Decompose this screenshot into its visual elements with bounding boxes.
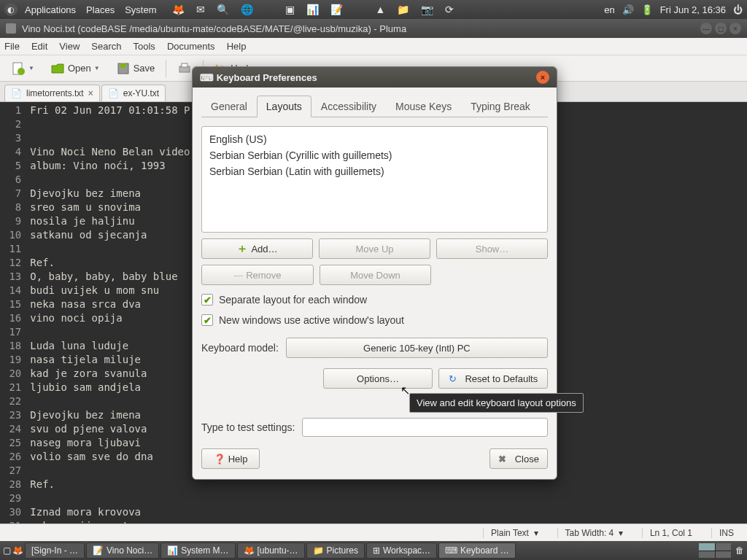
taskbar-item[interactable]: 📁Pictures: [306, 542, 365, 559]
terminal-icon[interactable]: ▣: [282, 4, 298, 15]
monitor-icon[interactable]: 📊: [303, 4, 322, 15]
keyboard-model-label: Keyboard model:: [201, 342, 279, 354]
firefox-task-icon[interactable]: 🦊: [12, 545, 23, 556]
power-icon[interactable]: ⏻: [733, 4, 743, 15]
insert-mode: INS: [711, 528, 741, 538]
dialog-tabs: General Layouts Accessibility Mouse Keys…: [201, 95, 548, 117]
tab-typing-break[interactable]: Typing Break: [461, 96, 540, 117]
test-settings-input[interactable]: [302, 418, 548, 437]
menu-edit[interactable]: Edit: [31, 41, 47, 52]
options-button[interactable]: Options…: [323, 368, 433, 389]
vlc-icon[interactable]: ▲: [372, 4, 388, 15]
menu-documents[interactable]: Documents: [167, 41, 215, 52]
separate-layout-label: Separate layout for each window: [219, 294, 367, 306]
move-down-button[interactable]: Move Down: [320, 265, 432, 285]
menu-system[interactable]: System: [122, 4, 159, 15]
dialog-title: Keyboard Preferences: [217, 72, 317, 83]
taskbar-item[interactable]: ⊞Workspac…: [366, 542, 437, 559]
folder-open-icon: [50, 61, 65, 76]
new-windows-label: New windows use active window's layout: [219, 314, 404, 326]
editor-content[interactable]: Fri 02 Jun 2017 01:01:58 P Vino Noci Nen…: [26, 102, 194, 524]
test-settings-label: Type to test settings:: [201, 421, 295, 433]
lens-icon[interactable]: 🔍: [214, 4, 232, 15]
taskbar-item[interactable]: 🦊[ubuntu-…: [237, 542, 305, 559]
save-button[interactable]: Save: [109, 58, 162, 79]
loop-icon[interactable]: ⟳: [442, 4, 457, 15]
dialog-close-button[interactable]: ×: [536, 71, 549, 84]
layouts-list[interactable]: English (US) Serbian Serbian (Cyrillic w…: [201, 126, 548, 233]
maximize-button[interactable]: ◻: [715, 23, 727, 34]
workspace-switcher[interactable]: [699, 543, 731, 558]
mail-icon[interactable]: ✉: [193, 4, 208, 15]
language-indicator[interactable]: en: [604, 4, 614, 15]
ubuntu-logo-icon[interactable]: ◐: [4, 3, 18, 16]
trash-icon[interactable]: 🗑: [735, 545, 744, 556]
menu-view[interactable]: View: [59, 41, 80, 52]
svg-rect-5: [182, 63, 187, 67]
menu-file[interactable]: File: [4, 41, 20, 52]
reset-defaults-button[interactable]: ↻ Reset to Defaults: [438, 368, 548, 389]
file-icon: 📄: [108, 88, 119, 98]
svg-rect-1: [18, 68, 25, 75]
battery-icon[interactable]: 🔋: [641, 4, 653, 15]
volume-icon[interactable]: 🔊: [622, 4, 634, 15]
open-button[interactable]: Open ▼: [44, 58, 107, 79]
firefox-icon[interactable]: 🦊: [169, 4, 187, 15]
file-tab[interactable]: 📄 ex-YU.txt: [101, 85, 166, 101]
close-icon: ✖: [498, 454, 506, 464]
new-windows-checkbox[interactable]: ✔: [201, 314, 213, 326]
status-bar: Plain Text ▾ Tab Width: 4 ▾ Ln 1, Col 1 …: [0, 524, 747, 541]
show-desktop-button[interactable]: ▢: [3, 545, 11, 556]
taskbar-item[interactable]: [Sign-In - …: [25, 542, 85, 559]
new-doc-icon: [11, 61, 26, 76]
files-icon[interactable]: 📁: [394, 4, 412, 15]
chevron-down-icon: ▼: [94, 65, 100, 71]
camera-icon[interactable]: 📷: [418, 4, 436, 15]
minimize-button[interactable]: —: [700, 23, 712, 34]
dialog-titlebar[interactable]: ⌨ Keyboard Preferences ×: [193, 67, 557, 88]
close-dialog-button[interactable]: ✖ Close: [489, 448, 548, 469]
menu-search[interactable]: Search: [91, 41, 121, 52]
save-icon: [116, 61, 131, 76]
line-numbers-gutter: 1 2 3 4 5 6 7 8 9 10 11 12 13 14 15 16 1…: [0, 102, 26, 524]
bottom-panel: ▢ 🦊 [Sign-In - … 📝Vino Noci… 📊System M… …: [0, 541, 747, 560]
remove-layout-button[interactable]: —Remove: [201, 265, 314, 285]
layout-item[interactable]: Serbian Serbian (Cyrillic with guillemet…: [209, 147, 540, 163]
new-doc-button[interactable]: ▼: [4, 58, 41, 79]
menu-applications[interactable]: Applications: [22, 4, 79, 15]
layout-item[interactable]: English (US): [209, 131, 540, 147]
syntax-mode-selector[interactable]: Plain Text ▾: [483, 528, 545, 538]
menu-tools[interactable]: Tools: [133, 41, 155, 52]
menu-help[interactable]: Help: [227, 41, 247, 52]
close-tab-icon[interactable]: ×: [88, 88, 93, 98]
pluma-menubar: File Edit View Search Tools Documents He…: [0, 38, 747, 55]
taskbar-item[interactable]: 📊System M…: [160, 542, 235, 559]
clock[interactable]: Fri Jun 2, 16:36: [660, 4, 726, 15]
taskbar-item[interactable]: 📝Vino Noci…: [86, 542, 159, 559]
add-layout-button[interactable]: ＋Add…: [201, 238, 313, 259]
tab-accessibility[interactable]: Accessibility: [311, 96, 386, 117]
layout-item[interactable]: Serbian Serbian (Latin with guillemets): [209, 163, 540, 179]
plus-icon: ＋: [236, 241, 248, 257]
open-label: Open: [68, 63, 91, 74]
toolbar-separator: [166, 60, 166, 77]
file-tab[interactable]: 📄 limetorrents.txt ×: [4, 85, 100, 101]
globe-icon[interactable]: 🌐: [238, 4, 256, 15]
file-tab-label: limetorrents.txt: [26, 88, 84, 98]
help-button[interactable]: ❓Help: [201, 448, 260, 469]
keyboard-icon: ⌨: [200, 72, 214, 83]
separate-layout-checkbox[interactable]: ✔: [201, 294, 213, 306]
tooltip: View and edit keyboard layout options: [409, 393, 584, 413]
close-button[interactable]: ×: [729, 23, 741, 34]
move-up-button[interactable]: Move Up: [319, 238, 430, 259]
show-layout-button[interactable]: Show…: [436, 238, 548, 259]
tab-general[interactable]: General: [201, 96, 257, 117]
taskbar-item[interactable]: ⌨Keyboard …: [438, 542, 516, 559]
pluma-titlebar[interactable]: Vino Noci.txt (codeBASE /media/ubuntu-ma…: [0, 19, 747, 38]
tab-layouts[interactable]: Layouts: [257, 96, 311, 117]
keyboard-model-button[interactable]: Generic 105-key (Intl) PC: [286, 338, 548, 358]
tab-width-selector[interactable]: Tab Width: 4 ▾: [557, 528, 630, 538]
menu-places[interactable]: Places: [83, 4, 117, 15]
notes-icon[interactable]: 📝: [328, 4, 346, 15]
tab-mouse-keys[interactable]: Mouse Keys: [386, 96, 461, 117]
